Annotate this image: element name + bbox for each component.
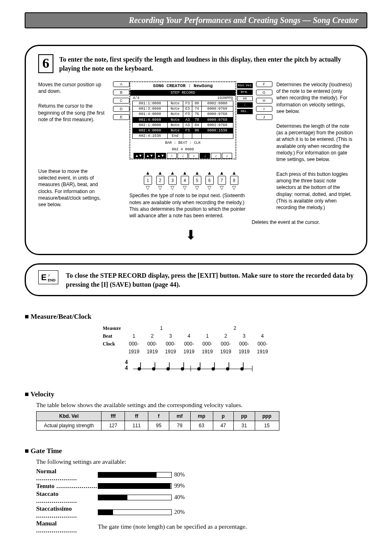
down-arrow-icon: ▽ (146, 186, 150, 190)
callout-velocity: Determines the velocity (loudness) of th… (277, 81, 354, 115)
callout-cursor-move: Moves the cursor position up and down. (38, 81, 106, 94)
mbc-staff: 4 4 (125, 357, 367, 374)
side-button-E[interactable]: E (113, 114, 129, 120)
gate-heading: Gate Time (25, 447, 367, 455)
screen-del: DEL. (237, 109, 253, 114)
step-6-panel: 6 To enter the note, first specify the l… (25, 45, 367, 255)
panel-button-8[interactable]: 8 (230, 176, 238, 185)
bar-beat-clock-values: 002 4 0000 (130, 146, 235, 153)
screen-tab: STEP RECORD (130, 90, 235, 96)
step-record-screen: SONG CREATOR : NewSong STEP RECORD 4/419… (129, 81, 236, 159)
callout-note-type: Specifies the type of note to be input n… (129, 192, 253, 219)
note-type-buttons: ▲▼ ▲▼ ▲▼ ○ ♩ ♪ ♩ ♪ ♪ (134, 153, 232, 159)
velocity-heading: Velocity (25, 390, 367, 398)
screen-vel-value: 80 (237, 96, 253, 101)
panel-buttons-row: ▲1▽ ▲2▽ ▲3▽ ▲4▽ ▲5▽ ▲6▽ ▲7▽ ▲8▽ (110, 171, 272, 190)
event-table: 001:1:0000NoteF3800002:0000 001:3:0960No… (132, 101, 233, 139)
side-button-B[interactable]: B (113, 90, 129, 95)
side-button-G[interactable]: G (256, 90, 272, 95)
panel-button-1[interactable]: 1 (144, 176, 152, 185)
end-icon: E♪END (38, 270, 58, 284)
panel-button-3[interactable]: 3 (168, 176, 177, 185)
callout-note-toggle: Each press of this button toggles among … (277, 171, 354, 211)
velocity-table: Kbd. Vel ffffffmf mppppppp Actual playin… (36, 411, 279, 431)
down-arrow-icon: ⬇ (110, 226, 272, 244)
panel-button-2[interactable]: 2 (156, 176, 164, 185)
end-panel: E♪END To close the STEP RECORD display, … (25, 263, 367, 296)
svg-text:4: 4 (125, 365, 128, 371)
side-button-A[interactable]: A (113, 81, 129, 87)
screen-kbdvel: Kbd.Vel (237, 83, 253, 88)
mbc-table: Measure12 Beat 1234 1234 Clock 000-000-0… (99, 324, 272, 356)
gate-list: Normal 80% Tenuto 99% Staccato 40% Stacc… (36, 468, 367, 534)
panel-button-5[interactable]: 5 (193, 176, 201, 185)
gate-row-staccato: Staccato 40% (36, 491, 367, 504)
screen-title: SONG CREATOR : NewSong (130, 82, 235, 90)
step-instruction: To enter the note, first specify the len… (59, 54, 354, 73)
bar-beat-clock-label: BAR : BEAT : CLK (130, 140, 235, 146)
screen-note-icon: ♩ (237, 102, 253, 108)
gate-caption: The following settings are available: (36, 458, 367, 465)
callout-delete: Deletes the event at the cursor. (252, 219, 354, 226)
panel-button-6[interactable]: 6 (205, 176, 214, 185)
gate-row-manual: Manual The gate time (note length) can b… (36, 520, 367, 534)
section-gate-time: Gate Time The following settings are ava… (25, 447, 367, 534)
gate-row-normal: Normal 80% (36, 468, 367, 482)
side-button-I[interactable]: I (256, 106, 272, 112)
page-header: Recording Your Performances and Creating… (25, 12, 367, 28)
gate-row-staccatissimo: Staccatissimo 20% (36, 505, 367, 519)
side-button-F[interactable]: F (256, 81, 272, 87)
panel-button-7[interactable]: 7 (218, 176, 226, 185)
callout-cursor-home: Returns the cursor to the beginning of t… (38, 103, 106, 123)
side-button-D[interactable]: D (113, 106, 129, 112)
side-buttons-right: F G H I J (256, 81, 272, 120)
step-number: 6 (38, 54, 53, 73)
svg-text:4: 4 (125, 359, 128, 365)
section-velocity: Velocity The table below shows the avail… (25, 390, 367, 431)
screen-nrm: Nrm. (237, 90, 253, 95)
callout-gate-length: Determines the length of the note (as a … (277, 123, 354, 163)
side-button-J[interactable]: J (256, 114, 272, 120)
section-measure-beat-clock: Measure/Beat/Clock Measure12 Beat 1234 1… (25, 313, 367, 374)
side-buttons-left: A B C D E (113, 81, 129, 120)
callout-bar-beat-clock-buttons: Use these to move the selected event, in… (38, 168, 106, 208)
gate-row-tenuto: Tenuto 99% (36, 483, 367, 490)
end-text: To close the STEP RECORD display, press … (66, 270, 354, 289)
side-button-H[interactable]: H (256, 98, 272, 104)
panel-button-4[interactable]: 4 (181, 176, 189, 185)
mbc-heading: Measure/Beat/Clock (25, 313, 367, 321)
up-arrow-icon: ▲ (145, 171, 150, 175)
velocity-caption: The table below shows the available sett… (36, 402, 367, 409)
side-button-C[interactable]: C (113, 98, 129, 104)
